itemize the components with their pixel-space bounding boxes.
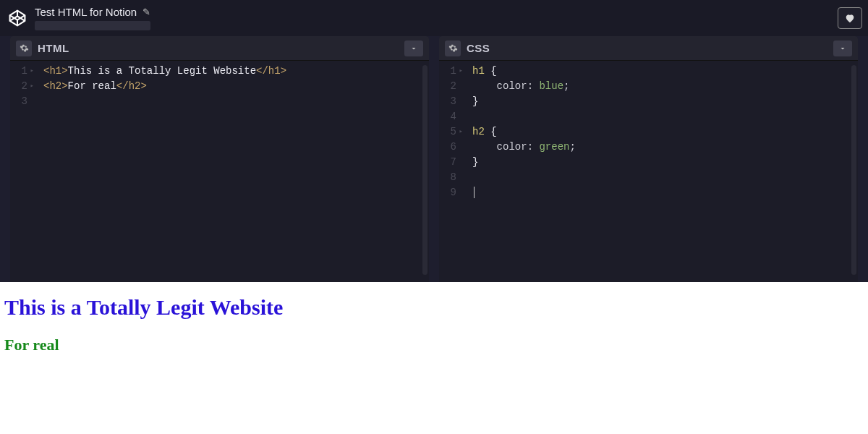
css-scrollbar[interactable]: [851, 65, 856, 275]
html-scrollbar[interactable]: [422, 65, 427, 275]
preview-heading-2: For real: [4, 336, 864, 354]
editor-panels: HTML 1 2 3 <h1>This is a Totally Legit W…: [0, 36, 868, 282]
chevron-down-icon[interactable]: [833, 41, 852, 56]
pen-title[interactable]: Test HTML for Notion ✎: [35, 6, 150, 18]
html-panel-title: HTML: [38, 42, 404, 54]
codepen-logo-icon[interactable]: [7, 8, 27, 28]
css-panel-title: CSS: [467, 42, 833, 54]
love-button[interactable]: [838, 7, 862, 29]
pen-title-text: Test HTML for Notion: [35, 6, 137, 18]
chevron-down-icon[interactable]: [404, 41, 423, 56]
pen-title-block: Test HTML for Notion ✎: [35, 6, 150, 30]
html-gutter: 1 2 3: [10, 64, 33, 282]
pen-author-placeholder: [35, 21, 150, 30]
top-bar: Test HTML for Notion ✎: [0, 0, 868, 36]
css-gutter: 1 2 3 4 5 6 7 8 9: [439, 64, 462, 282]
html-panel-header: HTML: [10, 36, 429, 61]
preview-pane: This is a Totally Legit Website For real: [0, 282, 868, 434]
html-code[interactable]: <h1>This is a Totally Legit Website</h1>…: [33, 64, 429, 282]
css-code-editor[interactable]: 1 2 3 4 5 6 7 8 9 h1 { color: blue;} h2 …: [439, 61, 858, 282]
html-panel: HTML 1 2 3 <h1>This is a Totally Legit W…: [10, 36, 429, 282]
css-code[interactable]: h1 { color: blue;} h2 { color: green;}: [462, 64, 858, 282]
css-panel-header: CSS: [439, 36, 858, 61]
preview-heading-1: This is a Totally Legit Website: [4, 295, 864, 320]
css-panel: CSS 1 2 3 4 5 6 7 8 9 h1 { color: blue;}…: [439, 36, 858, 282]
text-cursor: [474, 187, 475, 198]
edit-icon[interactable]: ✎: [142, 7, 150, 17]
html-code-editor[interactable]: 1 2 3 <h1>This is a Totally Legit Websit…: [10, 61, 429, 282]
gear-icon[interactable]: [16, 41, 32, 56]
gear-icon[interactable]: [445, 41, 461, 56]
